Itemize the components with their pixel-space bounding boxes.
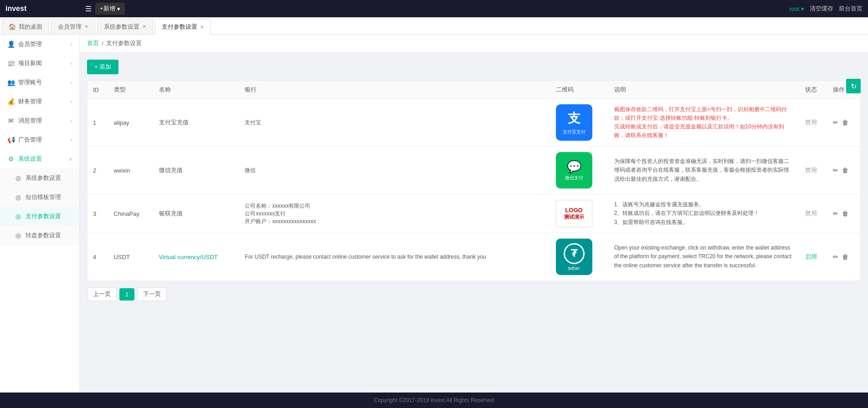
next-page-button[interactable]: 下一页 [137, 287, 167, 301]
sms-icon: ◎ [15, 194, 22, 201]
desc-text: 为保障每个投资人的投资资金准确无误，实时到账，请扫一扫微信客服二维码或者咨询平台… [614, 157, 794, 184]
cell-action: ✏ 🗑 [827, 233, 860, 281]
col-qr: 二维码 [550, 81, 609, 99]
table-row: 3ChinaPay银联充值公司名称：xxxxxx有限公司公司xxxxxxx支行开… [87, 194, 860, 233]
sidebar-label: 财务管理 [18, 97, 42, 106]
sidebar-item-news[interactable]: 📰 项目新闻 ‹ [0, 54, 79, 73]
sidebar-item-system[interactable]: ⚙ 系统设置 ∨ [0, 149, 79, 168]
table-header: ID 类型 名称 银行 二维码 说明 状态 操作 [87, 81, 860, 99]
sidebar-label: 广告管理 [18, 136, 42, 144]
chevron-icon: ‹ [71, 80, 72, 85]
tab-label: 会员管理 [58, 23, 82, 31]
desc-text: 1、该账号为兆徽金投专属充值服务。2、转账成功后，请在下方填写汇款说明以便财务及… [614, 200, 794, 227]
sidebar-label: 会员管理 [18, 40, 42, 48]
cell-id: 2 [87, 147, 108, 194]
close-icon[interactable]: ✕ [142, 24, 146, 30]
delete-button[interactable]: 🗑 [842, 167, 848, 174]
tabbar: 🏠 我的桌面 会员管理 ✕ 系统参数设置 ✕ 支付参数设置 ✕ [0, 17, 868, 35]
cell-qr: LOGO 测试演示 [550, 194, 609, 233]
topbar: invest ☰ +新增 ▾ root ▾ 清空缓存 前台首页 [0, 0, 868, 17]
alipay-label: 支付宝支付 [563, 129, 586, 135]
data-table: ID 类型 名称 银行 二维码 说明 状态 操作 1alipay支付宝充值支付宝… [87, 81, 861, 281]
tether-qr: ₮ tether [556, 239, 592, 275]
chevron-icon: ‹ [71, 42, 72, 47]
sidebar-item-turntable[interactable]: ◎ 转盘参数设置 [0, 226, 79, 245]
frontend-home-button[interactable]: 前台首页 [839, 5, 863, 13]
sidebar-label: 短信模板管理 [26, 193, 61, 201]
sidebar-item-payment[interactable]: ◎ 支付参数设置 [0, 207, 79, 226]
tab-member[interactable]: 会员管理 ✕ [51, 19, 95, 34]
cell-action: ✏ 🗑 [827, 194, 860, 233]
breadcrumb-home[interactable]: 首页 [87, 39, 99, 47]
edit-button[interactable]: ✏ [833, 253, 838, 260]
cell-id: 1 [87, 99, 108, 147]
tab-payment-params[interactable]: 支付参数设置 ✕ [155, 19, 211, 35]
page-1-button[interactable]: 1 [119, 288, 134, 301]
status-badge: 禁用 [805, 210, 817, 217]
add-button[interactable]: + 添加 [87, 60, 118, 74]
menu-button[interactable]: ☰ [85, 5, 92, 13]
action-buttons: ✏ 🗑 [833, 119, 855, 126]
footer: Copyright ©2017-2019 invest All Rights R… [0, 393, 868, 408]
delete-button[interactable]: 🗑 [842, 210, 848, 217]
status-badge: 禁用 [805, 119, 817, 126]
action-buttons: ✏ 🗑 [833, 253, 855, 260]
sidebar-item-message[interactable]: ✉ 消息管理 ‹ [0, 111, 79, 130]
edit-button[interactable]: ✏ [833, 167, 838, 174]
cell-bank: 公司名称：xxxxxx有限公司公司xxxxxxx支行开户账户：xxxxxxxxx… [239, 194, 550, 233]
news-icon: 📰 [7, 60, 15, 67]
sidebar-item-sms[interactable]: ◎ 短信模板管理 [0, 188, 79, 207]
col-type: 类型 [108, 81, 154, 99]
cell-status: 禁用 [800, 99, 828, 147]
tether-label: tether [568, 266, 580, 271]
clear-cache-button[interactable]: 清空缓存 [810, 5, 833, 13]
alipay-qr: 支 支付宝支付 [556, 104, 592, 141]
ad-icon: 📢 [7, 136, 15, 143]
cell-desc: 为保障每个投资人的投资资金准确无误，实时到账，请扫一扫微信客服二维码或者咨询平台… [609, 147, 800, 194]
cell-desc: 截图保存收款二维码，打开支付宝上面+号扫一扫，识别相册中二维码付款；或打开支付宝… [609, 99, 800, 147]
tab-system-params[interactable]: 系统参数设置 ✕ [97, 19, 153, 34]
edit-button[interactable]: ✏ [833, 119, 838, 126]
desc-text: Open your existing exchange, click on wi… [614, 244, 794, 270]
sidebar-label: 消息管理 [18, 117, 42, 125]
sidebar-item-system-params[interactable]: ◎ 系统参数设置 [0, 168, 79, 188]
table-row: 1alipay支付宝充值支付宝 支 支付宝支付 截图保存收款二维码，打开支付宝上… [87, 99, 860, 147]
tab-desktop[interactable]: 🏠 我的桌面 [2, 19, 49, 34]
cell-action: ✏ 🗑 [827, 99, 860, 147]
status-badge: 禁用 [805, 167, 817, 173]
sidebar-item-finance[interactable]: 💰 财务管理 ‹ [0, 92, 79, 111]
cell-name: 微信充值 [154, 147, 240, 194]
cell-action: ✏ 🗑 [827, 147, 860, 194]
edit-button[interactable]: ✏ [833, 210, 838, 217]
sidebar-item-member[interactable]: 👤 会员管理 ‹ [0, 35, 79, 54]
user-menu[interactable]: root ▾ [789, 5, 804, 12]
logo-text: LOGO [565, 207, 582, 214]
chevron-icon: ‹ [71, 99, 72, 104]
chinapay-qr: LOGO 测试演示 [556, 200, 592, 227]
cell-name: 支付宝充值 [154, 99, 240, 147]
new-button[interactable]: +新增 ▾ [95, 3, 125, 15]
delete-button[interactable]: 🗑 [842, 253, 848, 260]
sidebar-item-ad[interactable]: 📢 广告管理 ‹ [0, 130, 79, 149]
wechat-label: 微信支付 [565, 175, 583, 181]
close-icon[interactable]: ✕ [84, 24, 88, 30]
delete-button[interactable]: 🗑 [842, 119, 848, 126]
circle-icon: ◎ [15, 174, 22, 182]
refresh-button[interactable]: ↻ [846, 79, 861, 93]
cell-id: 4 [87, 233, 108, 281]
chevron-icon: ‹ [71, 118, 72, 123]
cell-name: Virtual currency/USDT [154, 233, 240, 281]
wechat-icon: 💬 [567, 160, 581, 174]
sidebar-label: 系统参数设置 [26, 174, 61, 182]
home-icon: 🏠 [9, 23, 16, 30]
sidebar-submenu-system: ◎ 系统参数设置 ◎ 短信模板管理 ◎ 支付参数设置 ◎ 转盘参数设置 [0, 168, 79, 245]
tether-icon: ₮ [564, 243, 585, 264]
prev-page-button[interactable]: 上一页 [87, 287, 117, 301]
sidebar-label: 管理账号 [18, 78, 42, 87]
cell-status: 启用 [800, 233, 828, 281]
sidebar-item-account[interactable]: 👥 管理账号 ‹ [0, 73, 79, 92]
alipay-icon: 支 [568, 110, 580, 127]
action-buttons: ✏ 🗑 [833, 167, 855, 174]
close-icon[interactable]: ✕ [200, 24, 204, 30]
table-row: 4USDTVirtual currency/USDTFor USDT recha… [87, 233, 860, 281]
